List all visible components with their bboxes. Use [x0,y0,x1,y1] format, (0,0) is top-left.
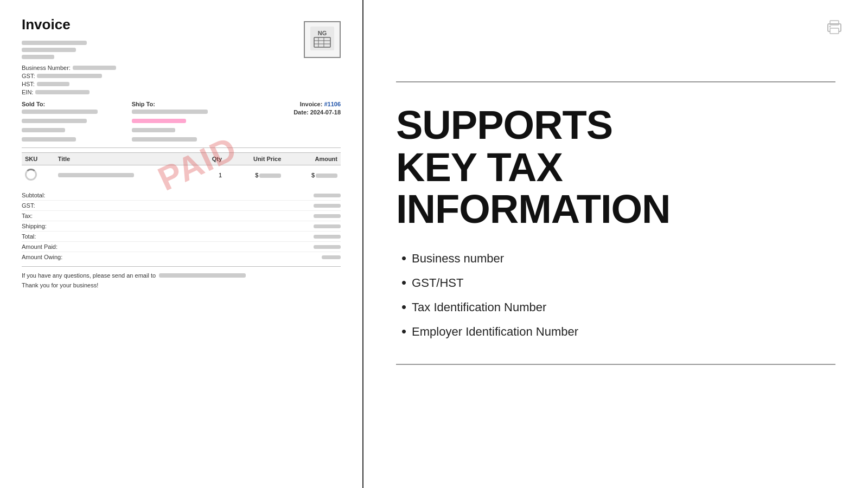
gst-row: GST: [22,201,341,211]
thank-you-text: Thank you for your business! [22,282,341,288]
cell-title [55,165,197,185]
headline-line1: SUPPORTS [396,104,835,146]
sold-to-label: Sold To: [22,101,121,107]
ship-to-col: Ship To: [132,101,231,144]
subtotal-label: Subtotal: [22,192,45,198]
date-label: Date: [293,109,309,115]
headline: SUPPORTS KEY TAX INFORMATION [396,104,835,230]
cell-amount: $ [284,165,341,185]
top-divider [396,81,835,82]
col-qty: Qty [197,153,225,165]
cell-unit-price: $ [225,165,284,185]
bullet-item-3: Tax Identification Number [412,300,546,314]
cell-qty: 1 [197,165,225,185]
ship-to-label: Ship To: [132,101,231,107]
headline-line2: KEY TAX [396,146,835,189]
col-sku: SKU [22,153,55,165]
tax-info-block: Business Number: GST: HST: EIN: [22,65,341,95]
total-value [314,235,341,239]
gst-total-value [314,204,341,208]
shipping-label: Shipping: [22,223,47,229]
gst-total-label: GST: [22,202,35,209]
col-amount: Amount [284,153,341,165]
print-icon [825,17,844,37]
logo-icon: NG [310,27,334,50]
headline-line3: INFORMATION [396,188,835,230]
svg-rect-9 [830,28,839,34]
footer-note-text: If you have any questions, please send a… [22,272,156,279]
invoice-table: SKU Title Qty Unit Price Amount 1 [22,152,341,185]
table-row: 1 $ $ [22,165,341,185]
invoice-title: Invoice [22,16,341,33]
bottom-divider [396,364,835,365]
cell-sku [22,165,55,185]
ein-label: EIN: [22,89,33,95]
amount-paid-label: Amount Paid: [22,243,58,250]
hst-label: HST: [22,81,35,87]
info-panel: SUPPORTS KEY TAX INFORMATION Business nu… [363,0,868,488]
list-item-gst-hst: GST/HST [401,274,835,291]
sold-to-col: Sold To: [22,101,121,144]
amount-prefix: $ [311,172,315,178]
amount-owing-value [322,255,341,259]
svg-text:NG: NG [318,30,327,36]
invoice-label: Invoice: [300,101,323,107]
col-unit-price: Unit Price [225,153,284,165]
business-number-label: Business Number: [22,65,71,71]
list-item-ein: Employer Identification Number [401,323,835,340]
col-title: Title [55,153,197,165]
invoice-panel: Invoice NG Business Number: [0,0,363,488]
invoice-table-container: PAID SKU Title Qty Unit Price Amount [22,152,341,185]
amount-owing-row: Amount Owing: [22,252,341,262]
company-logo: NG [304,21,341,58]
totals-section: Subtotal: GST: Tax: Shipping: Total: Amo… [22,190,341,262]
amount-owing-label: Amount Owing: [22,254,62,260]
tax-label: Tax: [22,213,33,219]
list-item-tax-id: Tax Identification Number [401,299,835,316]
shipping-value [314,224,341,228]
amount-paid-row: Amount Paid: [22,242,341,252]
company-address-block [22,41,341,59]
subtotal-value [314,194,341,197]
bullet-item-2: GST/HST [412,276,463,290]
table-header-row: SKU Title Qty Unit Price Amount [22,153,341,165]
svg-point-10 [829,26,831,28]
sold-to-address [22,110,121,144]
bullet-item-1: Business number [412,252,504,266]
ship-to-address [132,110,231,144]
print-button[interactable] [822,15,846,39]
key-info-list: Business number GST/HST Tax Identificati… [401,250,835,348]
total-label: Total: [22,233,36,240]
bullet-item-4: Employer Identification Number [412,325,578,339]
loading-spinner [25,169,37,181]
unit-price-prefix: $ [255,172,258,178]
date-value: 2024-07-18 [310,109,341,115]
qty-value: 1 [219,172,222,178]
tax-value [314,214,341,218]
list-item-business-number: Business number [401,250,835,267]
shipping-row: Shipping: [22,221,341,232]
invoice-meta-col: Invoice: #1106 Date: 2024-07-18 [241,101,341,144]
subtotal-row: Subtotal: [22,190,341,201]
address-meta-row: Sold To: Ship To: Invoice: #1106 [22,101,341,148]
footer-note: If you have any questions, please send a… [22,272,341,279]
amount-paid-value [314,245,341,249]
gst-label: GST: [22,73,35,79]
tax-row: Tax: [22,211,341,221]
footer-divider [22,266,341,267]
total-row: Total: [22,232,341,242]
invoice-number: #1106 [324,101,341,107]
